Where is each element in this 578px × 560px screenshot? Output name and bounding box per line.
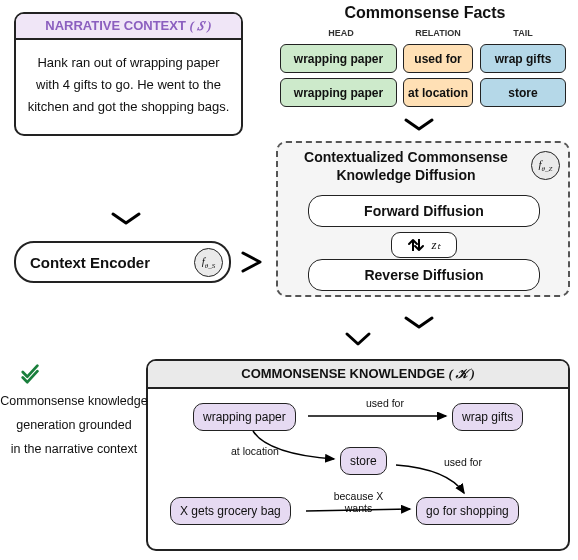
diffusion-fn-icon: fθ_Z bbox=[531, 151, 560, 180]
edge-because-wants: because X wants bbox=[326, 490, 391, 514]
checkmark-icon bbox=[20, 362, 42, 384]
zt-symbol: zₜ bbox=[431, 237, 440, 253]
narrative-text: Hank ran out of wrapping paper with 4 gi… bbox=[16, 40, 241, 134]
facts-title: Commonsense Facts bbox=[285, 4, 565, 22]
fact-relation-2: at location bbox=[403, 78, 473, 107]
fact-tail-1: wrap gifts bbox=[480, 44, 566, 73]
knowledge-box: COMMONSENSE KNOWLENDGE ( 𝒦 ) wrapping pa… bbox=[146, 359, 570, 551]
node-grocery-bag: X gets grocery bag bbox=[170, 497, 291, 525]
narrative-header-symbol: ( 𝑆 ) bbox=[190, 18, 212, 33]
diffusion-box: Contextualized Commonsense Knowledge Dif… bbox=[276, 141, 570, 297]
caption-line-2: generation grounded bbox=[0, 414, 148, 438]
facts-head-label: HEAD bbox=[285, 28, 397, 38]
narrative-context-box: NARRATIVE CONTEXT ( 𝑆 ) Hank ran out of … bbox=[14, 12, 243, 136]
narrative-header-label: NARRATIVE CONTEXT bbox=[45, 18, 186, 33]
edge-used-for-2: used for bbox=[444, 456, 482, 468]
context-encoder-fn-icon: fθ_S bbox=[194, 248, 223, 277]
fact-head-2: wrapping paper bbox=[280, 78, 397, 107]
fact-tail-2: store bbox=[480, 78, 566, 107]
node-go-shopping: go for shopping bbox=[416, 497, 519, 525]
facts-relation-label: RELATION bbox=[400, 28, 476, 38]
forward-diffusion: Forward Diffusion bbox=[308, 195, 540, 227]
edge-at-location: at location bbox=[231, 445, 279, 457]
latent-zt: zₜ bbox=[391, 232, 457, 258]
caption: Commonsense knowledge generation grounde… bbox=[0, 390, 148, 461]
reverse-diffusion: Reverse Diffusion bbox=[308, 259, 540, 291]
fact-relation-1: used for bbox=[403, 44, 473, 73]
caption-line-1: Commonsense knowledge bbox=[0, 390, 148, 414]
knowledge-graph: wrapping paper wrap gifts store X gets g… bbox=[148, 389, 568, 547]
knowledge-header-symbol: ( 𝒦 ) bbox=[449, 366, 475, 381]
caption-line-3: in the narrative context bbox=[0, 438, 148, 462]
knowledge-header-label: COMMONSENSE KNOWLENDGE bbox=[241, 366, 445, 381]
context-encoder-box: Context Encoder fθ_S bbox=[14, 241, 231, 283]
narrative-header: NARRATIVE CONTEXT ( 𝑆 ) bbox=[16, 14, 241, 40]
node-store: store bbox=[340, 447, 387, 475]
facts-tail-label: TAIL bbox=[480, 28, 566, 38]
node-wrapping-paper: wrapping paper bbox=[193, 403, 296, 431]
fact-head-1: wrapping paper bbox=[280, 44, 397, 73]
up-down-arrow-icon bbox=[407, 238, 425, 252]
knowledge-header: COMMONSENSE KNOWLENDGE ( 𝒦 ) bbox=[148, 361, 568, 389]
context-encoder-label: Context Encoder bbox=[30, 254, 150, 271]
node-wrap-gifts: wrap gifts bbox=[452, 403, 523, 431]
edge-used-for-1: used for bbox=[366, 397, 404, 409]
diffusion-title: Contextualized Commonsense Knowledge Dif… bbox=[278, 149, 534, 184]
